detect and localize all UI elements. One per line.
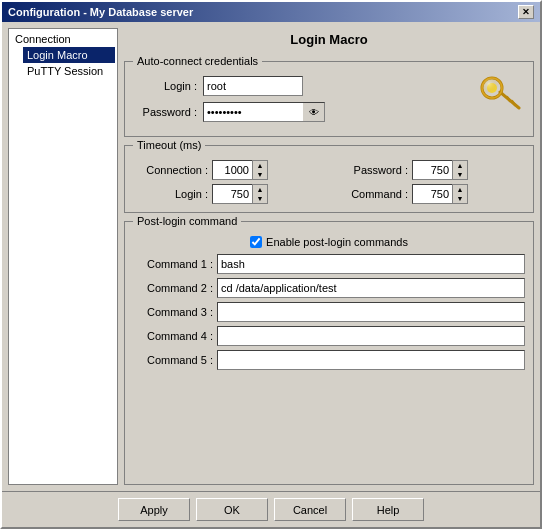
timeout-password-up[interactable]: ▲	[453, 161, 467, 170]
show-password-button[interactable]: 👁	[303, 102, 325, 122]
key-icon	[477, 70, 525, 118]
timeout-command-spinner: ▲ ▼	[412, 184, 467, 204]
cancel-button[interactable]: Cancel	[274, 498, 346, 521]
right-panel: Login Macro Auto-connect credentials	[124, 28, 534, 485]
enable-postlogin-label: Enable post-login commands	[266, 236, 408, 248]
close-button[interactable]: ✕	[518, 5, 534, 19]
timeout-connection-label: Connection :	[133, 164, 208, 176]
timeout-login-arrows: ▲ ▼	[252, 184, 268, 204]
timeout-login-label: Login :	[133, 188, 208, 200]
command-1-input[interactable]	[217, 254, 525, 274]
command-4-label: Command 4 :	[133, 330, 213, 342]
command-3-label: Command 3 :	[133, 306, 213, 318]
apply-button[interactable]: Apply	[118, 498, 190, 521]
command-5-input[interactable]	[217, 350, 525, 370]
enable-postlogin-checkbox[interactable]	[250, 236, 262, 248]
timeout-group-label: Timeout (ms)	[133, 139, 205, 151]
login-input[interactable]	[203, 76, 303, 96]
password-wrapper: 👁	[203, 102, 325, 122]
command-5-label: Command 5 :	[133, 354, 213, 366]
titlebar: Configuration - My Database server ✕	[2, 2, 540, 22]
timeout-login-row: Login : ▲ ▼	[133, 184, 325, 204]
ok-button[interactable]: OK	[196, 498, 268, 521]
timeout-password-input[interactable]	[412, 160, 452, 180]
footer: Apply OK Cancel Help	[2, 491, 540, 527]
timeout-login-spinner: ▲ ▼	[212, 184, 267, 204]
sidebar-item-puttysession[interactable]: PuTTY Session	[23, 63, 115, 79]
command-row-3: Command 3 :	[133, 302, 525, 322]
timeout-connection-arrows: ▲ ▼	[252, 160, 268, 180]
timeout-command-up[interactable]: ▲	[453, 185, 467, 194]
timeout-connection-down[interactable]: ▼	[253, 170, 267, 179]
timeout-login-input[interactable]	[212, 184, 252, 204]
timeout-command-row: Command : ▲ ▼	[333, 184, 525, 204]
timeout-command-arrows: ▲ ▼	[452, 184, 468, 204]
timeout-group: Timeout (ms) Connection : ▲ ▼	[124, 145, 534, 213]
svg-point-6	[482, 78, 502, 98]
command-2-input[interactable]	[217, 278, 525, 298]
window-title: Configuration - My Database server	[8, 6, 193, 18]
main-window: Configuration - My Database server ✕ Con…	[0, 0, 542, 529]
timeout-password-down[interactable]: ▼	[453, 170, 467, 179]
timeout-connection-spinner: ▲ ▼	[212, 160, 267, 180]
command-row-5: Command 5 :	[133, 350, 525, 370]
credentials-group-label: Auto-connect credentials	[133, 55, 262, 67]
sidebar-item-connection[interactable]: Connection	[11, 31, 115, 47]
command-1-label: Command 1 :	[133, 258, 213, 270]
login-row: Login :	[133, 76, 525, 96]
command-3-input[interactable]	[217, 302, 525, 322]
svg-line-4	[507, 97, 510, 101]
postlogin-group: Post-login command Enable post-login com…	[124, 221, 534, 485]
timeout-password-spinner: ▲ ▼	[412, 160, 467, 180]
panel-title: Login Macro	[124, 28, 534, 53]
password-label: Password :	[133, 106, 203, 118]
credentials-group: Auto-connect credentials	[124, 61, 534, 137]
password-input[interactable]	[203, 102, 303, 122]
timeout-connection-input[interactable]	[212, 160, 252, 180]
timeout-connection-row: Connection : ▲ ▼	[133, 160, 325, 180]
timeout-connection-up[interactable]: ▲	[253, 161, 267, 170]
timeout-password-arrows: ▲ ▼	[452, 160, 468, 180]
login-label: Login :	[133, 80, 203, 92]
sidebar-item-loginmacro[interactable]: Login Macro	[23, 47, 115, 63]
timeout-command-label: Command :	[333, 188, 408, 200]
enable-postlogin-row: Enable post-login commands	[133, 236, 525, 248]
main-content: Connection Login Macro PuTTY Session Log…	[2, 22, 540, 491]
help-button[interactable]: Help	[352, 498, 424, 521]
timeout-command-down[interactable]: ▼	[453, 194, 467, 203]
timeout-login-up[interactable]: ▲	[253, 185, 267, 194]
timeout-login-down[interactable]: ▼	[253, 194, 267, 203]
command-row-2: Command 2 :	[133, 278, 525, 298]
command-4-input[interactable]	[217, 326, 525, 346]
timeout-password-label: Password :	[333, 164, 408, 176]
timeout-command-input[interactable]	[412, 184, 452, 204]
password-row: Password : 👁	[133, 102, 525, 122]
command-row-4: Command 4 :	[133, 326, 525, 346]
sidebar: Connection Login Macro PuTTY Session	[8, 28, 118, 485]
command-row-1: Command 1 :	[133, 254, 525, 274]
timeout-grid: Connection : ▲ ▼ Password :	[133, 160, 525, 204]
command-2-label: Command 2 :	[133, 282, 213, 294]
timeout-password-row: Password : ▲ ▼	[333, 160, 525, 180]
postlogin-group-label: Post-login command	[133, 215, 241, 227]
